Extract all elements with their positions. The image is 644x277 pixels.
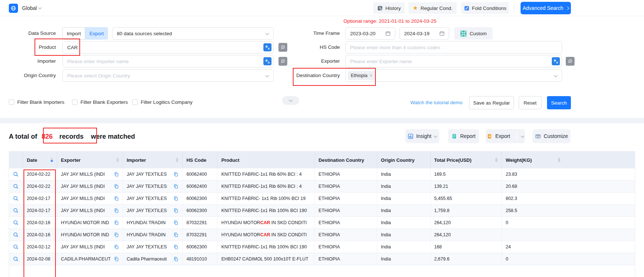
chevron-down-icon[interactable] bbox=[38, 6, 42, 10]
data-sources-select[interactable]: 80 data sources selected bbox=[112, 27, 274, 40]
search-icon[interactable] bbox=[13, 232, 19, 238]
header-date[interactable]: Date bbox=[23, 152, 57, 168]
copy-icon[interactable] bbox=[114, 208, 119, 213]
row-detail-cell[interactable] bbox=[9, 168, 23, 180]
filter-blank-importers-checkbox[interactable]: Filter Blank Importers bbox=[9, 99, 64, 105]
header-importer[interactable]: Importer bbox=[123, 152, 183, 168]
copy-icon[interactable] bbox=[114, 196, 119, 201]
product-input[interactable] bbox=[62, 41, 274, 54]
date-from-input[interactable]: 2023-03-20 bbox=[345, 27, 395, 40]
copy-icon[interactable] bbox=[114, 220, 119, 225]
table-row[interactable]: 2024-02-22 JAY JAY MILLS (INDI JAY JAY T… bbox=[9, 181, 635, 193]
table-row[interactable]: 2024-02-16 HYUNDAI MOTOR IND HYUNDAI TRA… bbox=[9, 229, 635, 241]
translate-icon[interactable]: A bbox=[552, 57, 560, 65]
search-icon[interactable] bbox=[13, 220, 19, 226]
search-icon[interactable] bbox=[13, 208, 19, 214]
report-button[interactable]: Report bbox=[448, 129, 479, 143]
table-row[interactable]: 2024-02-17 JAY JAY MILLS (INDI JAY JAY T… bbox=[9, 193, 635, 205]
export-dropdown-toggle[interactable] bbox=[516, 132, 524, 140]
importer-input[interactable] bbox=[62, 55, 274, 68]
search-button[interactable]: Search bbox=[547, 96, 571, 109]
copy-icon[interactable] bbox=[114, 184, 119, 189]
header-label: HS Code bbox=[186, 157, 206, 163]
header-weight[interactable]: Weight(KG) bbox=[502, 152, 635, 168]
header-label: Total Price(USD) bbox=[434, 157, 472, 163]
cell-weight: 20.68 bbox=[502, 181, 635, 192]
save-as-regular-button[interactable]: Save as Regular bbox=[469, 96, 514, 109]
filter-logitics-company-checkbox[interactable]: Filter Logitics Company bbox=[132, 99, 193, 105]
sort-control[interactable] bbox=[50, 158, 53, 162]
destination-country-select[interactable]: Ethiopia × bbox=[345, 69, 562, 82]
sort-control[interactable] bbox=[495, 158, 498, 162]
search-icon[interactable] bbox=[13, 196, 19, 201]
regular-conditions-button[interactable]: ★ Regular Cond. bbox=[409, 2, 457, 14]
copy-icon[interactable] bbox=[114, 232, 119, 237]
table-row[interactable]: 2024-02-12 JAY JAY MILLS (INDI JAY JAY T… bbox=[9, 241, 635, 253]
cell-origin-country: India bbox=[377, 241, 431, 253]
copy-icon[interactable] bbox=[173, 220, 179, 225]
hs-code-input[interactable] bbox=[345, 41, 562, 54]
reset-button[interactable]: Reset bbox=[519, 96, 542, 109]
copy-icon[interactable] bbox=[173, 244, 179, 249]
copy-icon[interactable] bbox=[114, 172, 119, 177]
exporter-name: JAY JAY MILLS (INDI bbox=[61, 208, 105, 213]
cell-importer: Cadila Pharmaceuti bbox=[123, 253, 183, 265]
search-icon[interactable] bbox=[13, 256, 19, 262]
insight-button[interactable]: Insight bbox=[405, 129, 439, 143]
customize-button[interactable]: Customize bbox=[533, 129, 571, 143]
exact-match-button[interactable] bbox=[566, 57, 575, 66]
tag-close-icon[interactable]: × bbox=[370, 73, 372, 78]
history-button[interactable]: History bbox=[373, 2, 405, 14]
copy-icon[interactable] bbox=[114, 244, 119, 249]
sort-control[interactable] bbox=[176, 158, 179, 162]
copy-icon[interactable] bbox=[173, 196, 179, 201]
row-detail-cell[interactable] bbox=[9, 193, 23, 204]
copy-icon[interactable] bbox=[173, 232, 179, 237]
copy-icon[interactable] bbox=[114, 256, 119, 262]
table-row[interactable]: 2024-02-08 CADILA PHARMACEUT Cadila Phar… bbox=[9, 253, 635, 265]
cell-product: HYUNDAI MOTOR CAR IN SKD CONDITI bbox=[217, 229, 315, 241]
copy-icon[interactable] bbox=[173, 208, 179, 213]
tutorial-link[interactable]: Watch the tutorial demo bbox=[410, 96, 463, 109]
row-detail-cell[interactable] bbox=[9, 217, 23, 229]
table-row[interactable]: 2024-02-22 JAY JAY MILLS (INDI JAY JAY T… bbox=[9, 168, 635, 181]
search-icon[interactable] bbox=[13, 183, 19, 189]
table-row[interactable]: 2024-02-16 HYUNDAI MOTOR IND HYUNDAI TRA… bbox=[9, 217, 635, 229]
export-toggle[interactable]: Export bbox=[85, 27, 108, 40]
row-detail-cell[interactable] bbox=[9, 181, 23, 192]
fold-icon bbox=[464, 6, 469, 11]
exporter-input[interactable] bbox=[345, 55, 562, 68]
copy-icon[interactable] bbox=[173, 184, 179, 189]
search-icon[interactable] bbox=[13, 171, 19, 177]
copy-icon[interactable] bbox=[173, 256, 179, 262]
cell-exporter: CADILA PHARMACEUT bbox=[57, 253, 123, 265]
row-detail-cell[interactable] bbox=[9, 229, 23, 241]
advanced-search-button[interactable]: Advanced Search bbox=[521, 2, 571, 14]
table-row[interactable]: 2024-02-17 JAY JAY MILLS (INDI JAY JAY T… bbox=[9, 205, 635, 217]
region-selector-label[interactable]: Global bbox=[22, 0, 37, 16]
destination-country-tag[interactable]: Ethiopia × bbox=[348, 71, 375, 80]
cell-importer: JAY JAY TEXTILES bbox=[123, 241, 183, 253]
cell-date: 2024-02-16 bbox=[23, 229, 57, 241]
import-toggle[interactable]: Import bbox=[62, 27, 85, 40]
filter-blank-exporters-checkbox[interactable]: Filter Blank Exporters bbox=[72, 99, 128, 105]
date-to-input[interactable]: 2024-03-19 bbox=[399, 27, 449, 40]
checkbox-label: Filter Blank Exporters bbox=[80, 99, 128, 105]
cell-hs-code: 87032291 bbox=[183, 229, 217, 241]
collapse-form-button[interactable] bbox=[282, 96, 299, 105]
row-detail-cell[interactable] bbox=[9, 253, 23, 265]
cell-exporter: JAY JAY MILLS (INDI bbox=[57, 193, 123, 204]
header-exporter[interactable]: Exporter bbox=[57, 152, 123, 168]
origin-country-select[interactable]: Please select Origin Country bbox=[62, 69, 274, 82]
header-total-price[interactable]: Total Price(USD) bbox=[431, 152, 502, 168]
sort-control[interactable] bbox=[558, 158, 561, 162]
copy-icon[interactable] bbox=[173, 172, 179, 177]
custom-range-button[interactable]: Custom bbox=[454, 27, 493, 40]
search-icon[interactable] bbox=[13, 244, 19, 250]
export-button[interactable]: Export bbox=[486, 129, 525, 143]
sort-control[interactable] bbox=[116, 158, 119, 162]
app-logo[interactable] bbox=[9, 4, 18, 13]
row-detail-cell[interactable] bbox=[9, 241, 23, 253]
row-detail-cell[interactable] bbox=[9, 205, 23, 216]
fold-conditions-button[interactable]: Fold Conditions bbox=[461, 2, 509, 14]
